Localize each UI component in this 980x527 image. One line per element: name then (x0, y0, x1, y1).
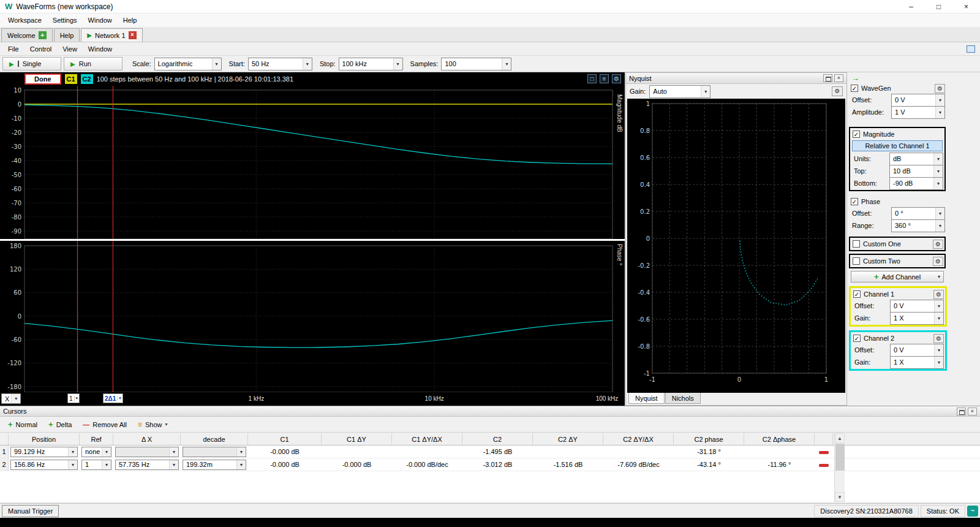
position-select[interactable]: 99.129 Hz▾ (10, 447, 78, 457)
close-icon[interactable]: × (952, 0, 980, 13)
channel2-gain-select[interactable]: 1 X ▾ (890, 356, 944, 369)
channel2-label: Channel 2 (864, 335, 894, 342)
ref-select[interactable]: none▾ (81, 447, 111, 457)
tab-nichols[interactable]: Nichols (665, 393, 701, 404)
nyquist-plot-area[interactable]: 10.80.60.40.20-0.2-0.4-0.6-0.8-1-101 (627, 99, 845, 393)
start-select[interactable]: 50 Hz ▾ (248, 58, 312, 70)
custom-two-checkbox[interactable] (853, 257, 860, 265)
add-normal-cursor-button[interactable]: + Normal (2, 418, 43, 431)
stop-select[interactable]: 100 kHz ▾ (339, 58, 403, 70)
plus-icon: + (48, 420, 53, 429)
channel1-checkbox[interactable]: ✓ (853, 290, 861, 298)
plot-settings-icon[interactable]: ⚙ (612, 74, 621, 83)
close-panel-icon[interactable]: × (968, 408, 977, 415)
gain-select[interactable]: Auto ▾ (649, 85, 710, 98)
run-button[interactable]: ▶ Run (64, 57, 123, 70)
dropdown-icon: ▾ (934, 300, 943, 312)
wavegen-checkbox[interactable]: ✓ (851, 85, 858, 92)
manual-trigger-button[interactable]: Manual Trigger (2, 505, 59, 517)
wavegen-settings-icon[interactable]: ⚙ (935, 84, 945, 93)
close-tab-icon[interactable]: × (129, 31, 137, 39)
nyquist-titlebar[interactable]: Nyquist × (626, 73, 846, 84)
channel2-settings-icon[interactable]: ⚙ (933, 334, 944, 343)
scroll-up-icon[interactable]: ▲ (835, 433, 845, 443)
add-delta-cursor-button[interactable]: + Delta (43, 418, 77, 431)
float-window-icon[interactable] (967, 45, 975, 53)
remove-cursor-button[interactable] (815, 448, 833, 455)
tab-network1[interactable]: ▶ Network 1 × (81, 28, 142, 42)
nyquist-title: Nyquist (629, 75, 652, 82)
tab-help[interactable]: Help (54, 28, 80, 42)
tab-welcome[interactable]: Welcome + (1, 28, 53, 42)
single-view-icon[interactable]: □ (587, 74, 597, 83)
phase-offset-value: 0 ° (895, 210, 903, 217)
wavegen-amplitude-select[interactable]: 1 V ▾ (891, 106, 945, 119)
magnitude-plot[interactable]: 100-10-20-30-40-50-60-70-80-90 (0, 86, 625, 239)
add-channel-button[interactable]: + Add Channel ▾ (851, 271, 944, 282)
channel2-checkbox[interactable]: ✓ (853, 335, 861, 342)
menu-file[interactable]: File (2, 44, 24, 55)
list-view-icon[interactable]: ≡ (600, 74, 609, 83)
phase-range-select[interactable]: 360 ° ▾ (891, 219, 945, 232)
channel2-offset-value: 0 V (894, 346, 904, 354)
scale-select[interactable]: Logarithmic ▾ (154, 58, 222, 70)
menu-settings[interactable]: Settings (47, 15, 83, 26)
menu-help[interactable]: Help (118, 15, 143, 26)
minimize-icon[interactable]: – (897, 0, 925, 13)
relative-to-channel1-button[interactable]: Relative to Channel 1 (852, 140, 943, 151)
dropdown-icon: ▾ (165, 422, 168, 427)
close-panel-icon[interactable]: × (834, 74, 843, 82)
samples-select[interactable]: 100 ▾ (441, 58, 511, 70)
cursor-tag-2[interactable]: 2Δ1▾ (103, 393, 123, 403)
show-menu-button[interactable]: ≡ Show ▾ (132, 418, 173, 431)
float-panel-icon[interactable] (823, 74, 832, 82)
menu-window[interactable]: Window (83, 15, 118, 26)
dropdown-icon: ▾ (68, 447, 77, 457)
scroll-down-icon[interactable]: ▼ (835, 492, 845, 502)
x-axis-select[interactable]: X ▾ (1, 393, 21, 404)
wavegen-label: WaveGen (861, 85, 891, 92)
scrollbar-thumb[interactable] (835, 444, 845, 471)
channel1-badge[interactable]: C1 (65, 74, 77, 84)
ref-select[interactable]: 1▾ (81, 460, 111, 470)
custom-one-checkbox[interactable] (853, 240, 860, 248)
tab-nyquist[interactable]: Nyquist (628, 393, 665, 404)
table-scrollbar[interactable]: ▲ ▼ (834, 433, 845, 502)
delta-x-select: ▾ (115, 447, 179, 457)
menu-view[interactable]: View (57, 44, 83, 55)
channel2-badge[interactable]: C2 (81, 74, 93, 84)
custom-two-settings-icon[interactable]: ⚙ (933, 257, 943, 266)
channel1-gain-select[interactable]: 1 X ▾ (890, 312, 944, 325)
custom-one-settings-icon[interactable]: ⚙ (933, 240, 943, 249)
wavegen-offset-select[interactable]: 0 V ▾ (891, 94, 945, 107)
phase-plot[interactable]: 180120600-60-120-180 (0, 241, 625, 392)
menu-workspace[interactable]: Workspace (2, 15, 47, 26)
menu-window2[interactable]: Window (83, 44, 118, 55)
channel1-settings-icon[interactable]: ⚙ (933, 290, 944, 299)
remove-all-cursors-button[interactable]: — Remove All (77, 418, 132, 431)
nyquist-settings-icon[interactable]: ⚙ (832, 86, 843, 96)
remove-cursor-button[interactable] (815, 461, 833, 468)
magnitude-checkbox[interactable]: ✓ (853, 131, 860, 138)
device-icon[interactable]: ~ (967, 506, 978, 517)
collapse-panel-icon[interactable]: → (851, 74, 980, 83)
dropdown-icon: ▾ (236, 447, 246, 457)
units-select[interactable]: dB ▾ (889, 153, 943, 165)
float-panel-icon[interactable] (957, 408, 966, 415)
single-button[interactable]: ▶ Single (2, 57, 61, 70)
decade-select[interactable]: 199.32m▾ (183, 460, 246, 470)
bottom-select[interactable]: -90 dB ▾ (889, 177, 943, 190)
channel1-offset-select[interactable]: 0 V ▾ (890, 300, 944, 313)
position-select[interactable]: 156.86 Hz▾ (10, 460, 78, 470)
x-axis-value: X (5, 395, 9, 403)
channel2-offset-select[interactable]: 0 V ▾ (890, 344, 944, 357)
cursor-tag-1[interactable]: 1▾ (67, 393, 80, 403)
cursors-titlebar[interactable]: Cursors × (0, 406, 980, 417)
add-instrument-icon[interactable]: + (39, 31, 47, 39)
top-select[interactable]: 10 dB ▾ (889, 165, 943, 178)
menu-control[interactable]: Control (24, 44, 57, 55)
delta-x-select[interactable]: 57.735 Hz▾ (115, 460, 179, 470)
phase-checkbox[interactable]: ✓ (851, 198, 858, 205)
maximize-icon[interactable]: □ (925, 0, 952, 13)
phase-offset-select[interactable]: 0 ° ▾ (891, 207, 945, 220)
